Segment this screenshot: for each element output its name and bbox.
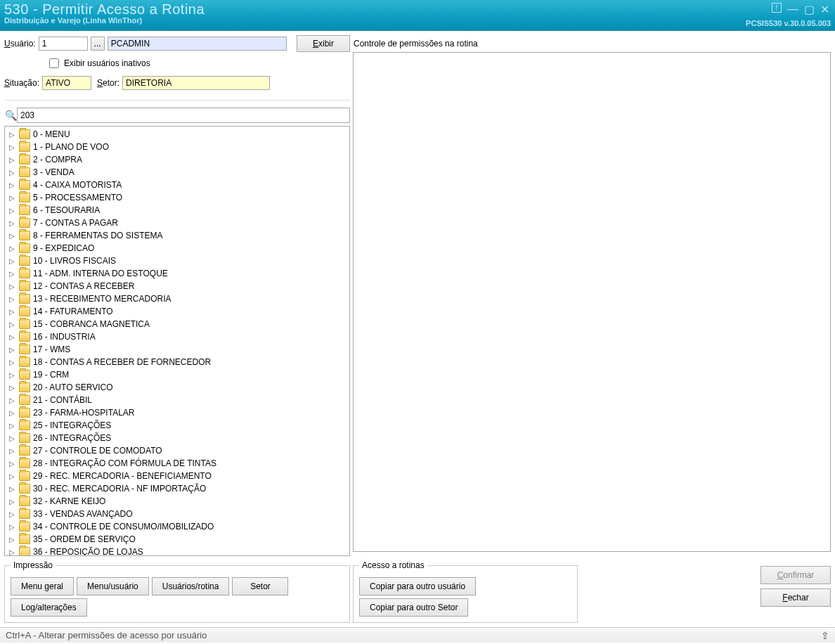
- expand-icon[interactable]: ▷: [8, 143, 16, 151]
- routine-tree[interactable]: ▷0 - MENU▷1 - PLANO DE VOO▷2 - COMPRA▷3 …: [4, 126, 350, 556]
- minimize-icon[interactable]: —: [787, 3, 798, 16]
- usuario-nome-input[interactable]: [108, 37, 287, 51]
- expand-icon[interactable]: ▷: [8, 257, 16, 265]
- tree-node[interactable]: ▷1 - PLANO DE VOO: [5, 141, 349, 153]
- tree-node[interactable]: ▷35 - ORDEM DE SERVIÇO: [5, 533, 349, 546]
- fechar-button[interactable]: Fechar: [760, 588, 831, 607]
- expand-icon[interactable]: ▷: [8, 460, 16, 468]
- tree-node[interactable]: ▷12 - CONTAS A RECEBER: [5, 280, 349, 292]
- expand-icon[interactable]: ▷: [8, 321, 16, 328]
- expand-icon[interactable]: ▷: [8, 409, 16, 417]
- expand-icon[interactable]: ▷: [8, 346, 16, 354]
- tree-node[interactable]: ▷27 - CONTROLE DE COMODATO: [5, 444, 349, 457]
- expand-icon[interactable]: ▷: [8, 207, 16, 214]
- expand-icon[interactable]: ▷: [8, 434, 16, 442]
- expand-icon[interactable]: ▷: [8, 295, 16, 303]
- tree-node[interactable]: ▷4 - CAIXA MOTORISTA: [5, 179, 349, 191]
- expand-icon[interactable]: ▷: [8, 245, 16, 252]
- tree-node[interactable]: ▷21 - CONTÁBIL: [5, 394, 349, 406]
- tree-node[interactable]: ▷13 - RECEBIMENTO MERCADORIA: [5, 292, 349, 305]
- expand-icon[interactable]: ▷: [8, 283, 16, 290]
- inativos-checkbox[interactable]: [49, 58, 59, 68]
- tree-node[interactable]: ▷36 - REPOSIÇÃO DE LOJAS: [5, 546, 349, 556]
- setor-input[interactable]: [122, 76, 270, 90]
- menu-usuario-button[interactable]: Menu/usuário: [77, 577, 149, 595]
- copiar-usuario-button[interactable]: Copiar para outro usuário: [359, 577, 476, 595]
- expand-icon[interactable]: ▷: [8, 485, 16, 493]
- maximize-icon[interactable]: ▢: [804, 3, 815, 16]
- tree-node[interactable]: ▷33 - VENDAS AVANÇADO: [5, 508, 349, 520]
- expand-icon[interactable]: ▷: [8, 447, 16, 455]
- tree-node[interactable]: ▷20 - AUTO SERVICO: [5, 381, 349, 394]
- expand-icon[interactable]: ▷: [8, 169, 16, 176]
- expand-icon[interactable]: ▷: [8, 523, 16, 531]
- tree-node[interactable]: ▷19 - CRM: [5, 368, 349, 381]
- expand-icon[interactable]: ▷: [8, 472, 16, 480]
- expand-icon[interactable]: ▷: [8, 536, 16, 543]
- folder-icon: [19, 155, 30, 165]
- expand-icon[interactable]: ▷: [8, 308, 16, 316]
- folder-icon: [19, 256, 30, 266]
- log-button[interactable]: Log/alterações: [11, 598, 87, 617]
- tree-node[interactable]: ▷14 - FATURAMENTO: [5, 305, 349, 318]
- tree-node[interactable]: ▷15 - COBRANCA MAGNETICA: [5, 318, 349, 330]
- tree-node[interactable]: ▷8 - FERRAMENTAS DO SISTEMA: [5, 229, 349, 242]
- tree-node[interactable]: ▷9 - EXPEDICAO: [5, 242, 349, 255]
- tree-node[interactable]: ▷7 - CONTAS A PAGAR: [5, 217, 349, 229]
- tree-node[interactable]: ▷16 - INDUSTRIA: [5, 330, 349, 343]
- tree-node-label: 7 - CONTAS A PAGAR: [33, 218, 118, 228]
- expand-icon[interactable]: ▷: [8, 384, 16, 392]
- expand-icon[interactable]: ▷: [8, 397, 16, 404]
- tree-node[interactable]: ▷17 - WMS: [5, 343, 349, 356]
- copiar-setor-button[interactable]: Copiar para outro Setor: [359, 598, 468, 617]
- tree-node[interactable]: ▷34 - CONTROLE DE CONSUMO/IMOBILIZADO: [5, 520, 349, 533]
- expand-icon[interactable]: ▷: [8, 270, 16, 278]
- tree-node[interactable]: ▷10 - LIVROS FISCAIS: [5, 255, 349, 267]
- tree-node[interactable]: ▷3 - VENDA: [5, 166, 349, 179]
- folder-icon: [19, 142, 30, 152]
- search-input[interactable]: [17, 108, 350, 123]
- expand-icon[interactable]: ▷: [8, 371, 16, 379]
- expand-icon[interactable]: ▷: [8, 156, 16, 164]
- close-icon[interactable]: ✕: [820, 3, 829, 16]
- expand-icon[interactable]: ▷: [8, 548, 16, 556]
- tree-node[interactable]: ▷5 - PROCESSAMENTO: [5, 191, 349, 204]
- tree-node-label: 4 - CAIXA MOTORISTA: [33, 180, 122, 190]
- tree-node[interactable]: ▷30 - REC. MERCADORIA - NF IMPORTAÇÃO: [5, 482, 349, 495]
- tree-node[interactable]: ▷29 - REC. MERCADORIA - BENEFICIAMENTO: [5, 470, 349, 482]
- tree-node[interactable]: ▷0 - MENU: [5, 128, 349, 141]
- confirmar-button[interactable]: Confirmar: [760, 566, 831, 584]
- tree-node[interactable]: ▷32 - KARNE KEIJO: [5, 495, 349, 508]
- tree-node[interactable]: ▷2 - COMPRA: [5, 153, 349, 166]
- exibir-button[interactable]: Exibir: [297, 35, 350, 52]
- tree-node[interactable]: ▷18 - CONTAS A RECEBER DE FORNECEDOR: [5, 356, 349, 368]
- expand-icon[interactable]: ▷: [8, 131, 16, 139]
- tree-node[interactable]: ▷28 - INTEGRAÇÃO COM FÓRMULA DE TINTAS: [5, 457, 349, 470]
- tree-node[interactable]: ▷25 - INTEGRAÇÕES: [5, 419, 349, 432]
- tree-node[interactable]: ▷23 - FARMA-HOSPITALAR: [5, 406, 349, 419]
- notification-icon[interactable]: !: [772, 3, 782, 13]
- expand-icon[interactable]: ▷: [8, 219, 16, 227]
- folder-icon: [19, 395, 30, 405]
- expand-icon[interactable]: ▷: [8, 333, 16, 341]
- tree-node[interactable]: ▷6 - TESOURARIA: [5, 204, 349, 217]
- folder-icon: [19, 167, 30, 177]
- expand-icon[interactable]: ▷: [8, 498, 16, 505]
- expand-icon[interactable]: ▷: [8, 359, 16, 366]
- expand-icon[interactable]: ▷: [8, 422, 16, 430]
- folder-icon: [19, 180, 30, 190]
- tree-node[interactable]: ▷11 - ADM. INTERNA DO ESTOQUE: [5, 267, 349, 280]
- tree-node-label: 36 - REPOSIÇÃO DE LOJAS: [33, 547, 143, 556]
- menu-geral-button[interactable]: Menu geral: [11, 577, 74, 595]
- tree-node-label: 9 - EXPEDICAO: [33, 243, 94, 253]
- situacao-input[interactable]: [42, 76, 91, 90]
- expand-icon[interactable]: ▷: [8, 510, 16, 518]
- expand-icon[interactable]: ▷: [8, 181, 16, 189]
- expand-icon[interactable]: ▷: [8, 232, 16, 240]
- expand-icon[interactable]: ▷: [8, 194, 16, 202]
- tree-node[interactable]: ▷26 - INTEGRAÇÕES: [5, 432, 349, 444]
- setor-button[interactable]: Setor: [232, 577, 288, 595]
- usuario-cod-input[interactable]: [39, 37, 88, 51]
- usuarios-rotina-button[interactable]: Usuários/rotina: [152, 577, 230, 595]
- usuario-lookup-button[interactable]: ...: [91, 37, 105, 51]
